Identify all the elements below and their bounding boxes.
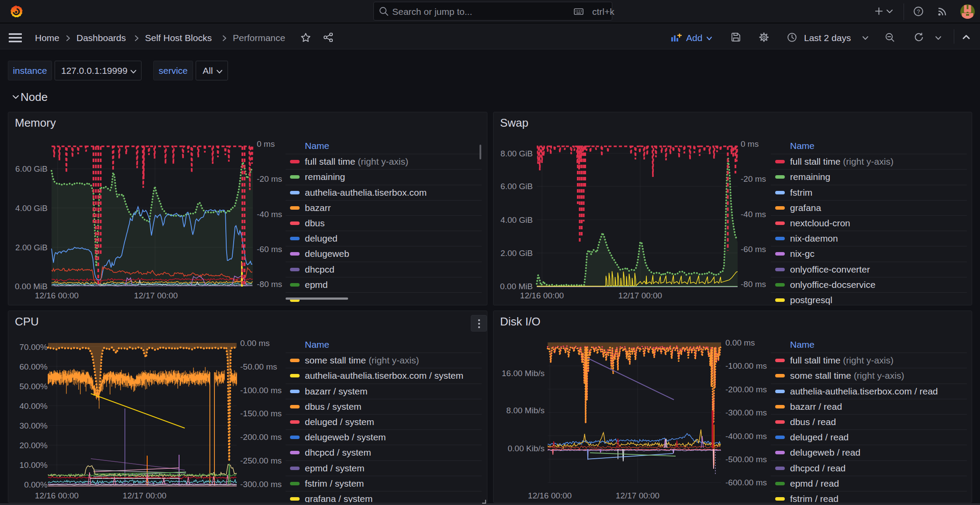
svg-text:?: ?	[917, 8, 920, 15]
